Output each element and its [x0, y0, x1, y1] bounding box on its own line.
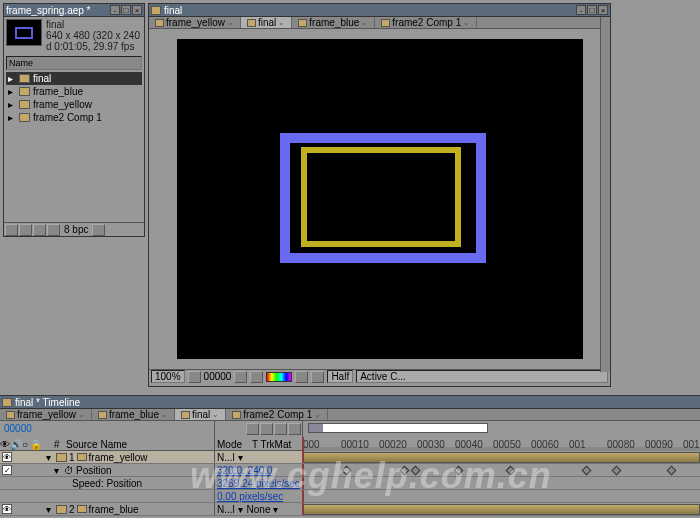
tab-close-icon[interactable]: ⌄ [361, 18, 368, 27]
keyframe-icon[interactable] [411, 466, 421, 476]
3d-icon[interactable] [274, 423, 287, 435]
timeline-tab[interactable]: frame_blue⌄ [92, 409, 175, 420]
folder-icon[interactable] [33, 224, 46, 236]
find-icon[interactable] [5, 224, 18, 236]
timeline-tab[interactable]: final⌄ [175, 409, 226, 420]
navigator-thumb[interactable] [309, 424, 323, 432]
keyframe-toggle[interactable]: ✓ [2, 465, 12, 475]
twirl-icon[interactable]: ▸ [8, 99, 16, 110]
layer-bar[interactable] [303, 452, 700, 463]
project-item[interactable]: ▸final [6, 72, 142, 85]
current-time-indicator[interactable] [303, 437, 304, 451]
layer-color-icon[interactable] [56, 505, 67, 514]
bin-icon[interactable] [47, 224, 60, 236]
comp-tab[interactable]: frame2 Comp 1⌄ [375, 17, 477, 28]
comp-tab[interactable]: final⌄ [241, 17, 292, 28]
twirl-icon[interactable]: ▸ [8, 112, 16, 123]
twirl-icon[interactable]: ▾ [54, 465, 62, 476]
comp-titlebar[interactable]: final - □ × [149, 4, 610, 17]
blend-mode-dropdown[interactable]: N...l ▾ [217, 452, 243, 463]
twirl-icon[interactable]: ▸ [8, 73, 16, 84]
resolution-dropdown[interactable]: Half [327, 370, 353, 383]
bpc-label[interactable]: 8 bpc [61, 224, 91, 235]
layer-row[interactable]: 👁▾2frame_blueN...l ▾None ▾ [0, 503, 700, 516]
stopwatch-icon[interactable]: ⏱ [64, 465, 74, 476]
timeline-tab[interactable]: frame_yellow⌄ [0, 409, 92, 420]
tab-close-icon[interactable]: ⌄ [278, 18, 285, 27]
property-track[interactable] [303, 490, 700, 502]
name-column-header[interactable]: Name [6, 56, 142, 70]
zoom-dropdown[interactable]: 100% [151, 370, 185, 383]
close-icon[interactable]: × [598, 5, 608, 15]
layer-track[interactable] [303, 451, 700, 463]
camera-dropdown[interactable]: Active C... [356, 370, 608, 383]
snapshot-icon[interactable] [234, 371, 247, 383]
timeline-titlebar[interactable]: final * Timeline [0, 396, 700, 409]
blur-icon[interactable] [260, 423, 273, 435]
visibility-toggle[interactable]: 👁 [2, 452, 12, 462]
graph-icon[interactable] [288, 423, 301, 435]
project-item[interactable]: ▸frame_yellow [6, 98, 142, 111]
property-row[interactable]: 0.00 pixels/sec [0, 490, 700, 503]
lock-icon[interactable]: 🔒 [30, 439, 40, 450]
comp-tab[interactable]: frame_blue⌄ [292, 17, 375, 28]
frame-yellow-shape[interactable] [301, 147, 461, 247]
close-icon[interactable]: × [132, 5, 142, 15]
property-value[interactable]: 3269.24 pixels/sec [217, 478, 300, 489]
viewer-area[interactable] [149, 29, 610, 369]
keyframe-icon[interactable] [582, 466, 592, 476]
twirl-icon[interactable]: ▸ [8, 86, 16, 97]
property-value[interactable]: 320.0, 240.0 [217, 465, 273, 476]
shy-icon[interactable] [246, 423, 259, 435]
comp-tab[interactable]: frame_yellow⌄ [149, 17, 241, 28]
time-navigator[interactable] [308, 423, 488, 433]
vertical-scrollbar[interactable] [600, 17, 610, 372]
property-row[interactable]: ✓▾⏱Position320.0, 240.0 [0, 464, 700, 477]
tab-close-icon[interactable]: ⌄ [161, 410, 168, 419]
minimize-icon[interactable]: - [110, 5, 120, 15]
mode-header[interactable]: Mode [217, 439, 242, 450]
visibility-toggle[interactable]: 👁 [2, 504, 12, 514]
canvas[interactable] [177, 39, 583, 359]
time-ruler[interactable]: 0000001000020000300004000050000600010008… [303, 437, 700, 451]
project-item[interactable]: ▸frame2 Comp 1 [6, 111, 142, 124]
project-item[interactable]: ▸frame_blue [6, 85, 142, 98]
twirl-icon[interactable]: ▾ [46, 504, 54, 515]
keyframe-icon[interactable] [612, 466, 622, 476]
tab-close-icon[interactable]: ⌄ [463, 18, 470, 27]
tab-close-icon[interactable]: ⌄ [78, 410, 85, 419]
current-time[interactable]: 00000 [0, 421, 214, 436]
safe-zones-icon[interactable] [188, 371, 201, 383]
source-header[interactable]: Source Name [66, 439, 127, 450]
num-header[interactable]: # [54, 439, 66, 450]
trkmat-header[interactable]: T TrkMat [252, 439, 291, 450]
show-channel-icon[interactable] [250, 371, 263, 383]
channel-gradient[interactable] [266, 372, 292, 382]
layer-color-icon[interactable] [56, 453, 67, 462]
maximize-icon[interactable]: □ [587, 5, 597, 15]
comp-icon[interactable] [19, 224, 32, 236]
solo-icon[interactable]: ○ [20, 439, 30, 450]
project-titlebar[interactable]: frame_spring.aep * - □ × [4, 4, 144, 17]
transparency-icon[interactable] [311, 371, 324, 383]
keyframe-icon[interactable] [506, 466, 516, 476]
blend-mode-dropdown[interactable]: N...l ▾ [217, 504, 243, 515]
maximize-icon[interactable]: □ [121, 5, 131, 15]
visibility-icon[interactable]: 👁 [0, 439, 10, 450]
keyframe-icon[interactable] [400, 466, 410, 476]
trash-icon[interactable] [92, 224, 105, 236]
layer-row[interactable]: 👁▾1frame_yellowN...l ▾ [0, 451, 700, 464]
keyframe-icon[interactable] [667, 466, 677, 476]
property-track[interactable] [303, 477, 700, 489]
tab-close-icon[interactable]: ⌄ [314, 410, 321, 419]
layer-track[interactable] [303, 503, 700, 515]
region-icon[interactable] [295, 371, 308, 383]
property-row[interactable]: Speed: Position3269.24 pixels/sec [0, 477, 700, 490]
trkmat-dropdown[interactable]: None ▾ [247, 504, 279, 515]
tab-close-icon[interactable]: ⌄ [212, 410, 219, 419]
audio-icon[interactable]: 🔊 [10, 439, 20, 450]
keyframe-icon[interactable] [342, 466, 352, 476]
tab-close-icon[interactable]: ⌄ [227, 18, 234, 27]
twirl-icon[interactable]: ▾ [46, 452, 54, 463]
property-track[interactable] [303, 464, 700, 476]
